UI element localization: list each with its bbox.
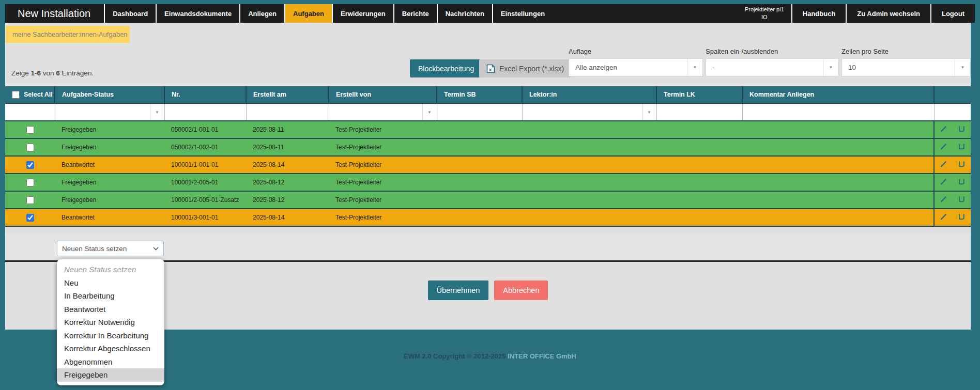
- dropdown-arrow-icon[interactable]: ▼: [823, 59, 838, 76]
- cell-status: Beantwortet: [55, 156, 164, 174]
- nav-item-nachrichten[interactable]: Nachrichten: [437, 4, 492, 23]
- table-row[interactable]: Freigegeben 050002/1-002-01 2025-08-11 T…: [5, 138, 971, 156]
- app-brand[interactable]: New Installation: [5, 4, 104, 23]
- status-option-freigegeben[interactable]: Freigegeben: [57, 368, 164, 382]
- col-header-status[interactable]: Aufgaben-Status: [55, 86, 164, 103]
- rows-per-page-select[interactable]: 10 ▼: [841, 58, 971, 76]
- dropdown-arrow-icon[interactable]: ▼: [687, 59, 702, 76]
- edit-pencil-icon[interactable]: [940, 213, 947, 222]
- cell-termin-lk: [656, 174, 742, 191]
- table-row[interactable]: Freigegeben 100001/2-005-01-Zusatz 2025-…: [5, 191, 971, 209]
- cell-termin-sb: [437, 156, 522, 174]
- edit-pencil-icon[interactable]: [940, 195, 947, 205]
- nav-items: DashboardEinwandsdokumenteAnliegenAufgab…: [104, 4, 553, 23]
- cell-termin-sb: [437, 174, 522, 191]
- cell-lektor: [522, 121, 656, 138]
- row-select-checkbox[interactable]: [26, 214, 34, 222]
- row-select-checkbox[interactable]: [26, 144, 34, 151]
- delete-trash-icon[interactable]: [958, 213, 966, 222]
- nav-right: Projektleiter pl1 IO HandbuchZu Admin we…: [738, 4, 975, 23]
- nav-item-einwandsdokumente[interactable]: Einwandsdokumente: [156, 4, 239, 23]
- nav-item-handbuch[interactable]: Handbuch: [791, 4, 846, 23]
- nav-item-aufgaben[interactable]: Aufgaben: [284, 4, 332, 23]
- filter-termin-sb-input[interactable]: [437, 103, 522, 121]
- cancel-button[interactable]: Abbrechen: [494, 280, 548, 300]
- row-select-checkbox[interactable]: [26, 126, 34, 134]
- edit-pencil-icon[interactable]: [940, 125, 947, 134]
- status-option-korrektur-abgeschlossen[interactable]: Korrektur Abgeschlossen: [57, 342, 164, 355]
- col-header-erstellt-am[interactable]: Erstellt am: [246, 86, 329, 103]
- delete-trash-icon[interactable]: [958, 195, 966, 205]
- cell-erstellt-am: 2025-08-12: [246, 191, 329, 209]
- nav-item-berichte[interactable]: Berichte: [393, 4, 437, 23]
- filter-erstellt-von-select[interactable]: ▼: [329, 103, 437, 121]
- edit-pencil-icon[interactable]: [940, 178, 947, 187]
- cell-termin-lk: [656, 121, 742, 138]
- cell-erstellt-von: Test-Projektleiter: [329, 121, 437, 138]
- status-option-korrektur-notwendig[interactable]: Korrektur Notwendig: [57, 316, 164, 329]
- nav-item-zu-admin-wechseln[interactable]: Zu Admin wechseln: [846, 4, 930, 23]
- col-header-kommentar[interactable]: Kommentar Anliegen: [742, 86, 934, 103]
- nav-item-anliegen[interactable]: Anliegen: [239, 4, 284, 23]
- columns-toggle-label: Spalten ein-/ausblenden: [706, 48, 839, 55]
- columns-toggle-select[interactable]: - ▼: [706, 58, 839, 76]
- auflage-select-group: Auflage Alle anzeigen ▼: [569, 48, 703, 76]
- status-option-neu[interactable]: Neu: [57, 276, 164, 290]
- excel-export-button[interactable]: x Excel Export (*.xlsx): [479, 59, 571, 77]
- apply-button[interactable]: Übernehmen: [428, 280, 489, 300]
- delete-trash-icon[interactable]: [958, 143, 966, 152]
- row-select-checkbox[interactable]: [26, 179, 34, 186]
- nav-item-logout[interactable]: Logout: [930, 4, 975, 23]
- filter-termin-lk-input[interactable]: [656, 103, 742, 121]
- status-option-in-bearbeitung[interactable]: In Bearbeitung: [57, 289, 164, 303]
- table-row[interactable]: Beantwortet 100001/1-001-01 2025-08-14 T…: [5, 156, 971, 174]
- cell-status: Beantwortet: [55, 209, 164, 226]
- nav-item-einstellungen[interactable]: Einstellungen: [492, 4, 553, 23]
- nav-item-erwiderungen[interactable]: Erwiderungen: [332, 4, 393, 23]
- nav-item-dashboard[interactable]: Dashboard: [104, 4, 156, 23]
- filter-status-select[interactable]: ▼: [55, 103, 164, 121]
- cell-termin-lk: [656, 156, 742, 174]
- table-row[interactable]: Beantwortet 100001/3-001-01 2025-08-14 T…: [5, 209, 971, 226]
- cell-lektor: [522, 191, 656, 209]
- delete-trash-icon[interactable]: [958, 160, 966, 169]
- table-row[interactable]: Freigegeben 100001/2-005-01 2025-08-12 T…: [5, 174, 971, 191]
- filter-lektor-select[interactable]: ▼: [522, 103, 656, 121]
- row-select-checkbox[interactable]: [26, 196, 34, 204]
- dropdown-arrow-icon[interactable]: ▼: [642, 104, 656, 120]
- cell-erstellt-am: 2025-08-14: [246, 209, 329, 226]
- tasks-table: Select All Aufgaben-Status Nr. Erstellt …: [5, 86, 971, 227]
- cell-termin-sb: [437, 209, 522, 226]
- dropdown-arrow-icon[interactable]: ▼: [150, 104, 164, 120]
- col-header-nr[interactable]: Nr.: [164, 86, 246, 103]
- select-all-checkbox[interactable]: [12, 91, 20, 99]
- filter-erstellt-am-input[interactable]: [246, 103, 329, 121]
- edit-pencil-icon[interactable]: [940, 160, 947, 169]
- auflage-select[interactable]: Alle anzeigen ▼: [569, 58, 703, 76]
- user-role: IO: [761, 13, 768, 21]
- status-option-beantwortet[interactable]: Beantwortet: [57, 303, 164, 316]
- cell-nr: 100001/1-001-01: [164, 156, 246, 174]
- delete-trash-icon[interactable]: [958, 178, 966, 187]
- block-edit-button[interactable]: Blockbearbeitung: [410, 59, 482, 77]
- new-status-select[interactable]: Neuen Status setzen: [57, 241, 164, 256]
- cell-status: Freigegeben: [55, 191, 164, 209]
- status-option-korrektur-in-bearbeitung[interactable]: Korrektur In Bearbeitung: [57, 329, 164, 342]
- status-option-neuen-status-setzen[interactable]: Neuen Status setzen: [57, 263, 164, 276]
- col-header-lektor[interactable]: Lektor:in: [522, 86, 656, 103]
- col-header-erstellt-von[interactable]: Erstellt von: [329, 86, 437, 103]
- row-select-checkbox[interactable]: [26, 161, 34, 169]
- col-header-termin-sb[interactable]: Termin SB: [437, 86, 522, 103]
- col-header-termin-lk[interactable]: Termin LK: [656, 86, 742, 103]
- table-filter-row: ▼ ▼ ▼: [5, 103, 971, 121]
- edit-pencil-icon[interactable]: [940, 143, 947, 152]
- filter-nr-input[interactable]: [164, 103, 246, 121]
- dropdown-arrow-icon[interactable]: ▼: [422, 104, 437, 120]
- status-option-abgenommen[interactable]: Abgenommen: [57, 355, 164, 369]
- table-row[interactable]: Freigegeben 050002/1-001-01 2025-08-11 T…: [5, 121, 971, 138]
- dropdown-arrow-icon[interactable]: ▼: [955, 59, 970, 76]
- delete-trash-icon[interactable]: [958, 125, 966, 134]
- company-link[interactable]: INTER OFFICE GmbH: [508, 352, 576, 360]
- filter-kommentar-input[interactable]: [742, 103, 934, 121]
- cell-erstellt-am: 2025-08-11: [246, 138, 329, 156]
